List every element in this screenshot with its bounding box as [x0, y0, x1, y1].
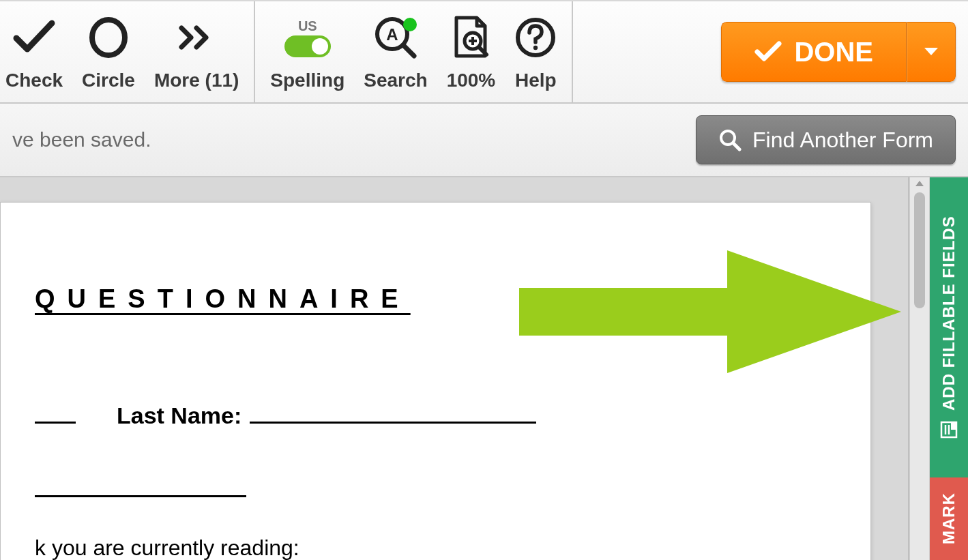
search-icon — [718, 128, 742, 151]
name-row: Last Name: — [35, 402, 836, 429]
search-a-icon: A — [364, 10, 427, 65]
done-button[interactable]: DONE — [721, 22, 907, 82]
circle-button[interactable]: Circle — [72, 1, 145, 102]
done-wrap: DONE — [709, 1, 968, 102]
search-button[interactable]: A Search — [354, 1, 437, 102]
more-icon — [154, 10, 239, 65]
reading-question: k you are currently reading: — [35, 535, 836, 560]
done-dropdown-button[interactable] — [907, 22, 956, 82]
zoom-label: 100% — [447, 70, 496, 91]
svg-line-2 — [403, 45, 414, 56]
side-tabs: ADD FILLABLE FIELDS MARK — [930, 177, 968, 560]
circle-icon — [82, 10, 135, 65]
add-fillable-fields-label: ADD FILLABLE FIELDS — [939, 216, 958, 411]
document-title: QUESTIONNAIRE — [35, 284, 836, 314]
spelling-locale: US — [298, 18, 317, 34]
svg-point-0 — [92, 20, 125, 55]
last-name-label: Last Name: — [117, 402, 241, 429]
help-icon — [514, 10, 557, 65]
blank-field-2[interactable] — [35, 477, 246, 497]
spelling-label: Spelling — [270, 70, 344, 91]
spelling-button[interactable]: US Spelling — [261, 1, 354, 102]
document-page[interactable]: QUESTIONNAIRE Last Name: k you are curre… — [0, 202, 871, 560]
main-toolbar: Check Circle More (11) US Spelling — [0, 0, 968, 104]
mark-label: MARK — [939, 493, 958, 545]
document-area[interactable]: QUESTIONNAIRE Last Name: k you are curre… — [0, 177, 909, 560]
first-blank-field[interactable] — [35, 403, 76, 424]
tool-group-annotate: Check Circle More (11) — [0, 1, 255, 102]
scroll-thumb[interactable] — [914, 192, 925, 308]
tool-group-view: US Spelling A Search — [255, 1, 573, 102]
check-icon — [754, 40, 782, 64]
checkmark-icon — [5, 10, 63, 65]
last-name-field[interactable] — [250, 403, 536, 424]
help-button[interactable]: Help — [505, 1, 566, 102]
status-message: ve been saved. — [12, 128, 696, 151]
notification-dot-icon — [403, 18, 417, 31]
vertical-scrollbar[interactable] — [909, 177, 930, 560]
check-label: Check — [5, 70, 63, 91]
form-icon — [939, 420, 958, 439]
spelling-toggle-icon: US — [270, 10, 344, 65]
more-button[interactable]: More (11) — [145, 1, 248, 102]
scroll-up-button[interactable] — [910, 179, 929, 188]
add-fillable-fields-tab[interactable]: ADD FILLABLE FIELDS — [930, 177, 968, 477]
svg-rect-15 — [951, 423, 956, 430]
find-another-form-button[interactable]: Find Another Form — [696, 115, 956, 164]
done-label: DONE — [794, 37, 873, 68]
find-another-form-label: Find Another Form — [752, 128, 933, 153]
status-bar: ve been saved. Find Another Form — [0, 104, 968, 177]
search-label: Search — [364, 70, 427, 91]
triangle-up-icon — [915, 180, 924, 187]
mark-tab[interactable]: MARK — [930, 477, 968, 560]
circle-label: Circle — [82, 70, 135, 91]
help-label: Help — [515, 70, 557, 91]
svg-point-9 — [533, 46, 538, 50]
more-label: More (11) — [154, 70, 239, 91]
zoom-button[interactable]: 100% — [437, 1, 505, 102]
blank-row — [35, 477, 836, 497]
zoom-page-icon — [447, 10, 496, 65]
check-button[interactable]: Check — [5, 1, 72, 102]
workspace: QUESTIONNAIRE Last Name: k you are curre… — [0, 177, 968, 560]
svg-text:A: A — [386, 25, 398, 44]
caret-down-icon — [923, 46, 939, 57]
svg-line-11 — [733, 143, 739, 149]
toggle-on-icon[interactable] — [284, 35, 331, 57]
done-button-group: DONE — [721, 22, 956, 82]
